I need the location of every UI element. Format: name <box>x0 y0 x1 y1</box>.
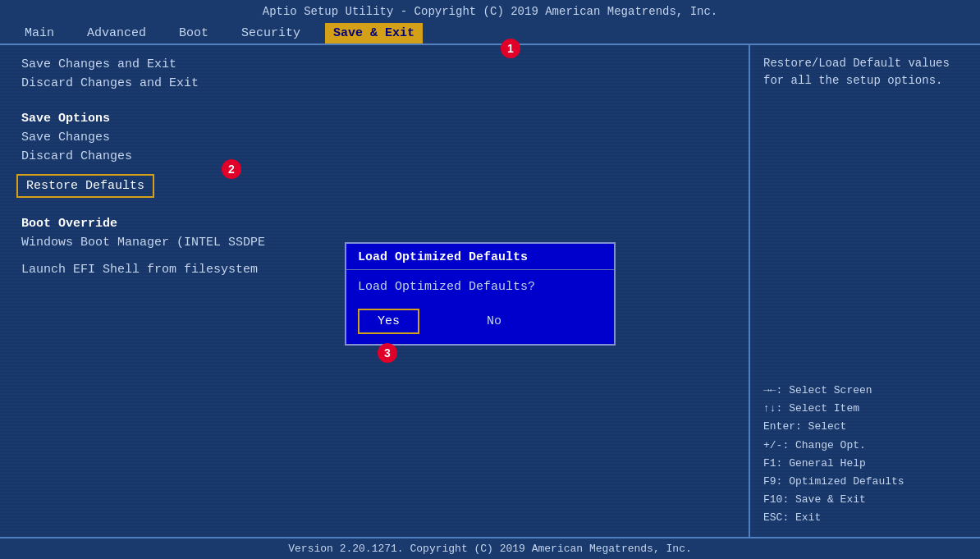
dialog-buttons: Yes No <box>346 302 614 344</box>
shortcuts-section: →←: Select Screen↑↓: Select ItemEnter: S… <box>763 382 967 527</box>
yes-button[interactable]: Yes <box>358 309 419 334</box>
annotation-2: 2 <box>222 159 241 179</box>
menu-spacer <box>16 166 732 174</box>
menu-item-saveoptions: Save Options <box>16 109 732 128</box>
nav-item-boot[interactable]: Boot <box>171 23 217 44</box>
nav-bar: MainAdvancedBootSecuritySave & Exit <box>0 21 980 44</box>
title-bar: Aptio Setup Utility - Copyright (C) 2019… <box>0 0 980 21</box>
nav-item-main[interactable]: Main <box>16 23 62 44</box>
nav-item-save-&-exit[interactable]: Save & Exit <box>325 23 423 44</box>
bios-screen: Aptio Setup Utility - Copyright (C) 2019… <box>0 0 980 559</box>
shortcut-item: ESC: Exit <box>763 509 967 527</box>
shortcut-item: F9: Optimized Defaults <box>763 473 967 491</box>
shortcut-item: Enter: Select <box>763 418 967 436</box>
dialog-title: Load Optimized Defaults <box>346 244 614 270</box>
no-button[interactable]: No <box>469 310 520 332</box>
left-panel: Save Changes and ExitDiscard Changes and… <box>0 45 750 537</box>
menu-spacer <box>16 93 732 101</box>
menu-item-bootoverride: Boot Override <box>16 214 732 233</box>
dialog-question: Load Optimized Defaults? <box>346 270 614 302</box>
help-text: Restore/Load Default values for all the … <box>763 55 967 89</box>
nav-item-security[interactable]: Security <box>233 23 309 44</box>
right-panel: Restore/Load Default values for all the … <box>750 45 980 537</box>
footer: Version 2.20.1271. Copyright (C) 2019 Am… <box>0 537 980 559</box>
dialog-box: Load Optimized Defaults Load Optimized D… <box>345 242 616 346</box>
annotation-1: 1 <box>501 39 520 58</box>
footer-text: Version 2.20.1271. Copyright (C) 2019 Am… <box>288 543 691 555</box>
menu-item-discardchanges[interactable]: Discard Changes <box>16 147 732 166</box>
shortcut-item: →←: Select Screen <box>763 382 967 400</box>
title-text: Aptio Setup Utility - Copyright (C) 2019… <box>263 5 718 18</box>
shortcut-item: ↑↓: Select Item <box>763 400 967 418</box>
menu-item-savechangesandexit[interactable]: Save Changes and Exit <box>16 55 732 74</box>
nav-item-advanced[interactable]: Advanced <box>79 23 154 44</box>
shortcut-item: F1: General Help <box>763 455 967 473</box>
menu-item-savechanges[interactable]: Save Changes <box>16 128 732 147</box>
shortcut-item: +/-: Change Opt. <box>763 437 967 455</box>
menu-item-discardchangesandexi[interactable]: Discard Changes and Exit <box>16 74 732 93</box>
main-content: Save Changes and ExitDiscard Changes and… <box>0 44 980 537</box>
annotation-3: 3 <box>378 343 397 363</box>
menu-item-restoredefaults[interactable]: Restore Defaults <box>16 174 154 198</box>
menu-spacer <box>16 198 732 206</box>
shortcut-item: F10: Save & Exit <box>763 491 967 509</box>
